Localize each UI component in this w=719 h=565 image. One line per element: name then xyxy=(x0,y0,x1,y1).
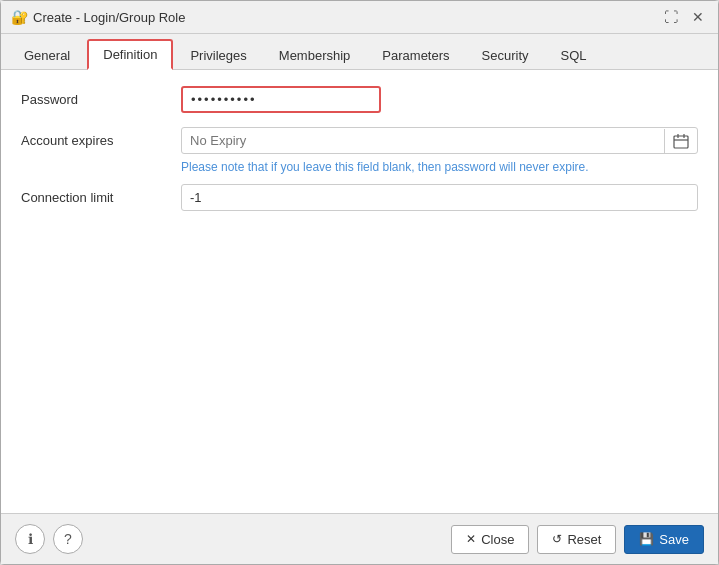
close-icon: ✕ xyxy=(466,532,476,546)
close-label: Close xyxy=(481,532,514,547)
expires-input-wrapper xyxy=(181,127,698,154)
help-button[interactable]: ? xyxy=(53,524,83,554)
save-label: Save xyxy=(659,532,689,547)
save-button[interactable]: 💾 Save xyxy=(624,525,704,554)
app-icon: 🔐 xyxy=(11,9,27,25)
info-icon: ℹ xyxy=(28,531,33,547)
titlebar-controls: ⛶ ✕ xyxy=(660,7,708,27)
expires-field xyxy=(181,127,698,154)
password-row: Password xyxy=(21,86,698,113)
account-expires-label: Account expires xyxy=(21,127,181,148)
account-expires-row: Account expires xyxy=(21,127,698,154)
tab-sql[interactable]: SQL xyxy=(546,41,602,70)
svg-rect-0 xyxy=(674,136,688,148)
info-button[interactable]: ℹ xyxy=(15,524,45,554)
tab-bar: General Definition Privileges Membership… xyxy=(1,34,718,70)
expires-hint: Please note that if you leave this field… xyxy=(181,160,698,174)
password-input-wrapper xyxy=(181,86,381,113)
tab-membership[interactable]: Membership xyxy=(264,41,366,70)
titlebar: 🔐 Create - Login/Group Role ⛶ ✕ xyxy=(1,1,718,34)
footer-right: ✕ Close ↺ Reset 💾 Save xyxy=(451,525,704,554)
tab-security[interactable]: Security xyxy=(467,41,544,70)
password-field xyxy=(181,86,698,113)
calendar-icon xyxy=(673,133,689,149)
close-window-button[interactable]: ✕ xyxy=(688,7,708,27)
tab-definition[interactable]: Definition xyxy=(87,39,173,70)
window-title: Create - Login/Group Role xyxy=(33,10,185,25)
password-label: Password xyxy=(21,86,181,107)
close-button[interactable]: ✕ Close xyxy=(451,525,529,554)
titlebar-left: 🔐 Create - Login/Group Role xyxy=(11,9,185,25)
save-icon: 💾 xyxy=(639,532,654,546)
connection-limit-label: Connection limit xyxy=(21,184,181,205)
reset-icon: ↺ xyxy=(552,532,562,546)
password-input[interactable] xyxy=(191,92,371,107)
tab-privileges[interactable]: Privileges xyxy=(175,41,261,70)
footer: ℹ ? ✕ Close ↺ Reset 💾 Save xyxy=(1,513,718,564)
tab-content: Password Account expires xyxy=(1,70,718,513)
reset-label: Reset xyxy=(567,532,601,547)
calendar-button[interactable] xyxy=(664,129,697,153)
main-window: 🔐 Create - Login/Group Role ⛶ ✕ General … xyxy=(0,0,719,565)
reset-button[interactable]: ↺ Reset xyxy=(537,525,616,554)
account-expires-input[interactable] xyxy=(182,128,664,153)
help-icon: ? xyxy=(64,531,72,547)
tab-parameters[interactable]: Parameters xyxy=(367,41,464,70)
maximize-button[interactable]: ⛶ xyxy=(660,7,682,27)
footer-left: ℹ ? xyxy=(15,524,83,554)
connection-limit-field xyxy=(181,184,698,211)
connection-limit-row: Connection limit xyxy=(21,184,698,211)
tab-general[interactable]: General xyxy=(9,41,85,70)
connection-limit-input[interactable] xyxy=(181,184,698,211)
